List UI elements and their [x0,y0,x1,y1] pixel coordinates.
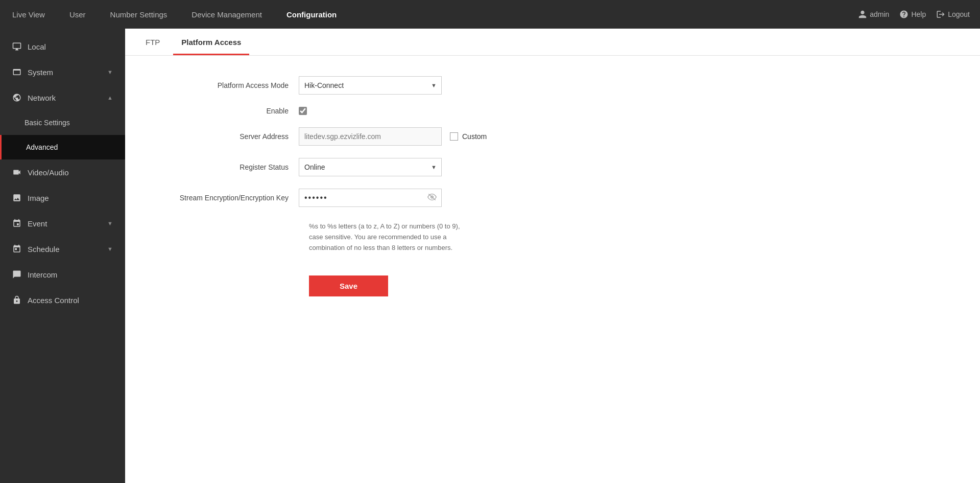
logout-icon [936,10,945,19]
sidebar-item-image-label: Image [28,194,49,202]
password-wrapper [299,189,442,207]
video-icon [12,168,21,177]
schedule-icon [12,244,21,254]
sidebar-item-network-label: Network [28,94,56,102]
enable-label: Enable [156,107,299,115]
lock-icon [12,295,21,305]
platform-access-mode-select[interactable]: Hik-Connect [299,76,442,95]
register-status-label: Register Status [156,163,299,171]
sidebar-item-video-audio[interactable]: Video/Audio [0,159,125,185]
form-row-encryption-key: Stream Encryption/Encryption Key [156,189,949,207]
platform-access-mode-label: Platform Access Mode [156,81,299,89]
nav-logout[interactable]: Logout [936,10,970,19]
enable-checkbox[interactable] [299,107,307,115]
nav-configuration[interactable]: Configuration [284,6,339,23]
form-row-mode: Platform Access Mode Hik-Connect [156,76,949,95]
sidebar-item-local[interactable]: Local [0,34,125,59]
sidebar-item-schedule[interactable]: Schedule ▼ [0,236,125,262]
eye-icon[interactable] [427,194,437,202]
intercom-icon [12,270,21,279]
sidebar-item-event[interactable]: Event ▼ [0,211,125,236]
form-row-enable: Enable [156,107,949,115]
register-status-select-wrapper[interactable]: Online Offline [299,158,442,176]
tab-ftp[interactable]: FTP [137,29,168,55]
enable-control [299,107,307,115]
register-status-control: Online Offline [299,158,442,176]
platform-access-mode-select-wrapper[interactable]: Hik-Connect [299,76,442,95]
sidebar-item-advanced-label: Advanced [26,143,58,151]
sidebar-item-schedule-label: Schedule [28,245,60,254]
chevron-down-icon-event: ▼ [107,220,113,226]
sidebar-item-access-control-label: Access Control [28,296,79,305]
platform-access-form: Platform Access Mode Hik-Connect Enable [125,56,980,317]
nav-help[interactable]: Help [899,10,926,19]
server-address-label: Server Address [156,132,299,141]
sidebar-item-event-label: Event [28,219,47,228]
chevron-up-icon: ▲ [107,95,113,101]
sidebar-item-intercom-label: Intercom [28,270,57,279]
form-row-hint: %s to %s letters (a to z, A to Z) or num… [309,219,949,253]
sidebar-item-intercom[interactable]: Intercom [0,262,125,287]
tab-platform-access[interactable]: Platform Access [173,29,249,55]
help-icon [899,10,909,19]
sidebar-item-advanced[interactable]: Advanced [0,135,125,159]
network-icon [12,93,21,102]
sidebar-item-access-control[interactable]: Access Control [0,287,125,313]
system-icon [12,67,21,77]
nav-admin[interactable]: admin [858,10,889,19]
sidebar-item-system[interactable]: System ▼ [0,59,125,85]
event-icon [12,219,21,228]
chevron-down-icon-schedule: ▼ [107,246,113,252]
monitor-icon [12,42,21,51]
admin-icon [858,10,867,19]
chevron-down-icon: ▼ [107,69,113,75]
save-button-row: Save [156,265,949,296]
form-row-register-status: Register Status Online Offline [156,158,949,176]
nav-user[interactable]: User [67,6,88,23]
nav-right: admin Help Logout [858,10,970,19]
main-layout: Local System ▼ Network ▲ Basic Settings … [0,29,980,483]
nav-live-view[interactable]: Live View [10,6,47,23]
platform-access-mode-control: Hik-Connect [299,76,442,95]
encryption-key-label: Stream Encryption/Encryption Key [156,194,299,202]
sidebar-item-basic-settings-label: Basic Settings [25,119,70,127]
nav-links: Live View User Number Settings Device Ma… [10,6,339,23]
sidebar-item-image[interactable]: Image [0,185,125,211]
tabs-bar: FTP Platform Access [125,29,980,56]
custom-checkbox-box[interactable] [450,132,458,141]
sidebar-item-basic-settings[interactable]: Basic Settings [0,110,125,135]
sidebar-item-video-audio-label: Video/Audio [28,168,69,177]
custom-label: Custom [462,132,487,141]
sidebar-item-network[interactable]: Network ▲ [0,85,125,110]
sidebar-item-system-label: System [28,68,53,77]
content-area: FTP Platform Access Platform Access Mode… [125,29,980,483]
encryption-key-control [299,189,442,207]
form-row-server-address: Server Address Custom [156,127,949,146]
sidebar-item-local-label: Local [28,42,46,51]
server-address-control: Custom [299,127,487,146]
top-nav: Live View User Number Settings Device Ma… [0,0,980,29]
nav-device-management[interactable]: Device Management [189,6,264,23]
custom-checkbox-wrapper[interactable]: Custom [450,132,487,141]
encryption-key-input[interactable] [299,189,442,207]
nav-number-settings[interactable]: Number Settings [108,6,170,23]
save-button[interactable]: Save [309,275,388,296]
sidebar: Local System ▼ Network ▲ Basic Settings … [0,29,125,483]
encryption-hint: %s to %s letters (a to z, A to Z) or num… [309,221,472,253]
server-address-input[interactable] [299,127,442,146]
register-status-select[interactable]: Online Offline [299,158,442,176]
image-icon [12,193,21,202]
